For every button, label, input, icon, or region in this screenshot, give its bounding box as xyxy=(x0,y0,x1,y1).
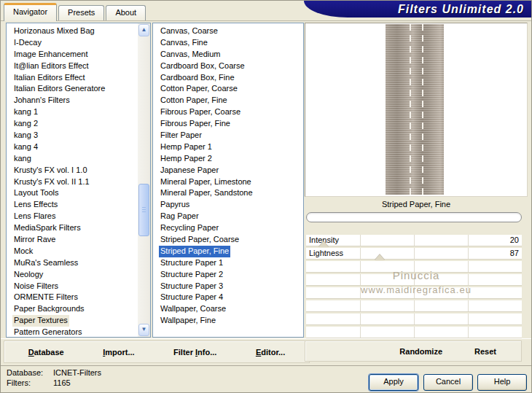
list-item[interactable]: Papyrus xyxy=(153,199,303,211)
import-button[interactable]: Import... xyxy=(103,348,134,357)
list-item-label: Cardboard Box, Coarse xyxy=(159,61,246,72)
slider-thumb[interactable] xyxy=(318,241,329,247)
list-item[interactable]: kang xyxy=(7,153,137,165)
list-item-label: Fibrous Paper, Fine xyxy=(159,118,232,130)
list-item[interactable]: Lens Effects xyxy=(7,199,137,211)
list-item[interactable]: Italian Editors Generatore xyxy=(7,83,137,95)
list-item[interactable]: Image Enhancement xyxy=(7,49,137,61)
list-item[interactable]: Canvas, Fine xyxy=(153,37,303,49)
list-item[interactable]: Wallpaper, Fine xyxy=(153,315,303,327)
list-item[interactable]: Rag Paper xyxy=(153,211,303,222)
list-item[interactable]: kang 3 xyxy=(7,130,137,141)
list-item-label: Mineral Paper, Limestone xyxy=(159,176,253,188)
slider-tick xyxy=(468,274,469,285)
list-item[interactable]: Canvas, Coarse xyxy=(153,26,303,37)
preview-caption: Striped Paper, Fine xyxy=(305,198,528,211)
slider-empty-row xyxy=(306,314,522,324)
cancel-button[interactable]: Cancel xyxy=(423,374,473,391)
list-item[interactable]: Striped Paper, Fine xyxy=(153,246,303,257)
list-item[interactable]: Paper Textures xyxy=(7,315,137,327)
list-item[interactable]: Recycling Paper xyxy=(153,222,303,234)
header: NavigatorPresetsAbout Filters Unlimited … xyxy=(1,1,531,21)
category-listbox: Horizonaus Mixed BagI-DecayImage Enhance… xyxy=(6,23,151,338)
reset-button[interactable]: Reset xyxy=(474,347,496,356)
command-panel-right: RandomizeReset xyxy=(305,341,522,362)
editor-button[interactable]: Editor... xyxy=(256,348,285,357)
list-item[interactable]: Cardboard Box, Fine xyxy=(153,72,303,84)
list-item[interactable]: Paper Backgrounds xyxy=(7,303,137,315)
list-item[interactable]: Hemp Paper 2 xyxy=(153,153,303,165)
list-item-label: Cotton Paper, Coarse xyxy=(159,83,239,95)
slider-group: Intensity20Lightness87 xyxy=(306,235,522,340)
list-item-label: Mirror Rave xyxy=(12,234,57,246)
list-item[interactable]: Structure Paper 1 xyxy=(153,257,303,269)
list-item[interactable]: kang 1 xyxy=(7,106,137,118)
list-item[interactable]: Pattern Generators xyxy=(7,327,137,338)
slider-tick xyxy=(468,287,469,298)
list-item[interactable]: It@lian Editors Effect xyxy=(7,61,137,72)
list-item[interactable]: Cotton Paper, Coarse xyxy=(153,83,303,95)
list-item[interactable]: Lens Flares xyxy=(7,211,137,222)
list-item[interactable]: Japanese Paper xyxy=(153,165,303,176)
scroll-down-icon[interactable]: ▼ xyxy=(138,324,149,336)
filters-value: 1165 xyxy=(53,378,71,387)
list-item[interactable]: Krusty's FX vol. II 1.1 xyxy=(7,176,137,188)
list-item[interactable]: MuRa's Seamless xyxy=(7,257,137,269)
list-item-label: Neology xyxy=(12,269,44,281)
slider-tick xyxy=(360,287,361,298)
tab-navigator[interactable]: Navigator xyxy=(4,3,57,21)
list-item[interactable]: I-Decay xyxy=(7,37,137,49)
list-item-label: Structure Paper 4 xyxy=(159,292,224,303)
list-item[interactable]: Fibrous Paper, Fine xyxy=(153,118,303,130)
list-item[interactable]: Structure Paper 3 xyxy=(153,281,303,292)
list-item[interactable]: ORMENTE Filters xyxy=(7,292,137,303)
list-item-label: Fibrous Paper, Coarse xyxy=(159,106,242,118)
list-item-label: kang xyxy=(12,153,33,165)
list-item[interactable]: Fibrous Paper, Coarse xyxy=(153,106,303,118)
slider-intensity[interactable]: Intensity20 xyxy=(306,235,522,246)
slider-tick xyxy=(360,235,361,246)
list-item[interactable]: Johann's Filters xyxy=(7,95,137,106)
list-item[interactable]: Horizonaus Mixed Bag xyxy=(7,26,137,37)
list-item[interactable]: kang 2 xyxy=(7,118,137,130)
list-item[interactable]: Layout Tools xyxy=(7,187,137,199)
slider-value: 20 xyxy=(510,235,519,246)
filters-unlimited-dialog: NavigatorPresetsAbout Filters Unlimited … xyxy=(0,0,532,393)
list-item[interactable]: Noise Filters xyxy=(7,281,137,292)
list-item-label: Structure Paper 1 xyxy=(159,257,224,269)
slider-thumb[interactable] xyxy=(375,254,385,260)
list-item[interactable]: Structure Paper 4 xyxy=(153,292,303,303)
list-item-label: Noise Filters xyxy=(12,281,60,292)
slider-lightness[interactable]: Lightness87 xyxy=(306,248,522,259)
list-item[interactable]: Cardboard Box, Coarse xyxy=(153,61,303,72)
list-item[interactable]: Wallpaper, Coarse xyxy=(153,303,303,315)
tab-presets[interactable]: Presets xyxy=(58,5,104,20)
list-item[interactable]: Krusty's FX vol. I 1.0 xyxy=(7,165,137,176)
filter-info-button[interactable]: Filter Info... xyxy=(173,348,216,357)
list-item[interactable]: Structure Paper 2 xyxy=(153,269,303,281)
list-item-label: Horizonaus Mixed Bag xyxy=(12,26,96,37)
list-item[interactable]: Cotton Paper, Fine xyxy=(153,95,303,106)
list-item[interactable]: Mineral Paper, Limestone xyxy=(153,176,303,188)
scroll-up-icon[interactable]: ▲ xyxy=(138,24,149,36)
list-item[interactable]: Hemp Paper 1 xyxy=(153,141,303,153)
list-item[interactable]: Neology xyxy=(7,269,137,281)
tab-about[interactable]: About xyxy=(106,5,146,20)
database-button[interactable]: Database xyxy=(28,348,64,357)
category-scrollbar[interactable]: ▲ ▼ xyxy=(138,23,150,337)
list-item[interactable]: Canvas, Medium xyxy=(153,49,303,61)
list-item-label: Papyrus xyxy=(159,199,191,211)
scrollbar-thumb[interactable] xyxy=(138,184,149,236)
list-item[interactable]: Italian Editors Effect xyxy=(7,72,137,84)
list-item[interactable]: Filter Paper xyxy=(153,130,303,141)
list-item[interactable]: Mock xyxy=(7,246,137,257)
list-item[interactable]: kang 4 xyxy=(7,141,137,153)
help-button[interactable]: Help xyxy=(477,374,527,391)
list-item[interactable]: Striped Paper, Coarse xyxy=(153,234,303,246)
list-item[interactable]: MediaSpark Filters xyxy=(7,222,137,234)
list-item-label: kang 1 xyxy=(12,106,39,118)
list-item[interactable]: Mineral Paper, Sandstone xyxy=(153,187,303,199)
apply-button[interactable]: Apply xyxy=(369,374,418,391)
list-item[interactable]: Mirror Rave xyxy=(7,234,137,246)
randomize-button[interactable]: Randomize xyxy=(399,347,442,356)
